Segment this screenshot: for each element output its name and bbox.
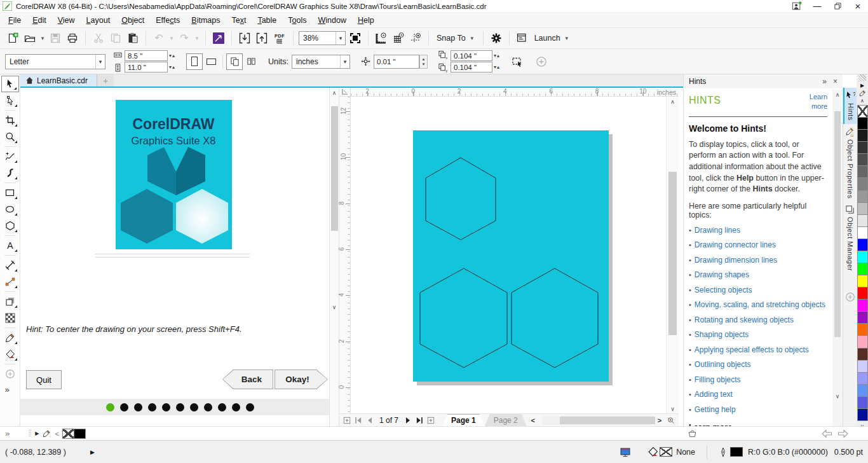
portrait-button[interactable] (186, 53, 203, 70)
interactive-fill-tool[interactable] (1, 346, 19, 363)
duplicate-x-spinner[interactable]: ▾▴ (492, 53, 501, 59)
all-pages-button[interactable] (226, 53, 243, 70)
polygon-tool[interactable] (1, 218, 19, 234)
menu-file[interactable]: File (3, 14, 27, 27)
color-swatch[interactable] (857, 214, 868, 227)
docpalette-scroll-left[interactable]: < (55, 430, 58, 438)
color-swatch[interactable] (857, 129, 868, 142)
tutorial-scrollbar-thumb[interactable] (331, 106, 338, 231)
docpalette-expand-button[interactable]: » (5, 429, 10, 438)
color-swatch[interactable] (857, 311, 868, 324)
duplicate-y-spinner[interactable]: ▾▴ (492, 64, 501, 70)
docpalette-eyedropper-icon[interactable] (43, 429, 51, 438)
previous-page-button[interactable] (365, 415, 375, 425)
hints-scrollbar-thumb[interactable] (834, 111, 841, 337)
docker-tab-hints[interactable]: ?Hints (843, 88, 857, 124)
color-swatch[interactable] (74, 429, 86, 439)
zoom-in-icon[interactable] (666, 415, 676, 425)
canvas-horizontal-scrollbar[interactable] (542, 416, 651, 425)
show-rulers-button[interactable] (374, 31, 389, 46)
color-swatch[interactable] (857, 251, 868, 263)
paste-button[interactable] (125, 31, 140, 46)
canvas-vertical-scrollbar[interactable]: ∧ ∨ (666, 97, 679, 413)
save-button[interactable] (48, 31, 63, 46)
account-icon[interactable] (787, 0, 807, 13)
menu-effects[interactable]: Effects (150, 14, 186, 27)
menu-view[interactable]: View (52, 14, 81, 27)
parallel-dimension-tool[interactable] (1, 257, 19, 273)
color-swatch[interactable] (857, 190, 868, 203)
palette-scroll-up-button[interactable]: ∧ (857, 97, 868, 104)
minimize-button[interactable]: — (807, 0, 827, 13)
outline-color-swatch[interactable] (730, 447, 743, 457)
search-content-button[interactable] (211, 31, 226, 46)
freehand-tool[interactable] (1, 148, 19, 165)
quick-customize-button[interactable] (845, 292, 855, 302)
docpalette-grip[interactable] (29, 430, 31, 438)
no-color-swatch[interactable] (62, 429, 74, 439)
palette-eyedropper-icon[interactable] (857, 89, 868, 97)
progress-dot[interactable] (134, 403, 142, 411)
new-tab-button[interactable]: + (97, 74, 114, 86)
zoom-tool[interactable] (1, 128, 19, 145)
scroll-down-icon[interactable]: ∨ (832, 391, 843, 401)
color-swatch[interactable] (857, 287, 868, 300)
hint-topic-link[interactable]: Adding text (695, 390, 733, 399)
color-swatch[interactable] (857, 177, 868, 190)
hint-topic-link[interactable]: Drawing shapes (695, 270, 749, 279)
progress-dot[interactable] (218, 403, 226, 411)
palette-flyout-arrow[interactable]: ▶ (857, 81, 868, 89)
color-swatch[interactable] (857, 117, 868, 130)
color-swatch[interactable] (857, 299, 868, 312)
tutorial-scrollbar[interactable]: ∧ ∨ (329, 88, 339, 426)
hint-topic-link[interactable]: Drawing dimension lines (695, 256, 777, 265)
progress-dot[interactable] (176, 403, 184, 411)
duplicate-x-field[interactable]: 0.104 " (451, 50, 492, 61)
rectangle-tool[interactable] (1, 184, 19, 201)
import-button[interactable] (237, 31, 252, 46)
page-tab[interactable]: Page 1 (442, 414, 485, 426)
publish-pdf-button[interactable]: PDF (271, 30, 288, 46)
text-tool[interactable]: A (1, 237, 19, 254)
menu-layout[interactable]: Layout (81, 14, 116, 27)
progress-dot[interactable] (204, 403, 212, 411)
undo-button[interactable]: ↶ (151, 31, 166, 46)
palette-back-icon[interactable] (821, 429, 832, 438)
vertical-ruler[interactable]: 121086420 (339, 97, 351, 413)
quit-button[interactable]: Quit (26, 370, 62, 389)
color-swatch[interactable] (857, 263, 868, 275)
pick-tool[interactable] (1, 76, 19, 92)
hint-topic-link[interactable]: Applying special effects to objects (695, 345, 809, 354)
menu-tools[interactable]: Tools (282, 14, 312, 27)
document-color-settings-icon[interactable] (620, 446, 631, 458)
docker-close-button[interactable]: × (833, 77, 837, 86)
hints-scrollbar[interactable]: ∧ ∨ (832, 90, 843, 426)
menu-object[interactable]: Object (116, 14, 150, 27)
restore-button[interactable] (827, 0, 848, 13)
connector-tool[interactable] (1, 273, 19, 290)
menu-bitmaps[interactable]: Bitmaps (186, 14, 226, 27)
redo-button[interactable]: ↷ (177, 31, 192, 46)
nudge-spinner[interactable]: ▴▾ (419, 55, 428, 69)
menu-help[interactable]: Help (352, 14, 380, 27)
horizontal-ruler[interactable]: 20246810 inches (351, 88, 679, 97)
launch-dropdown[interactable]: Launch ▾ (532, 34, 573, 43)
copy-button[interactable] (108, 31, 123, 46)
horizontal-scrollbar-thumb[interactable] (560, 417, 655, 424)
hint-topic-link[interactable]: Drawing connector lines (695, 240, 776, 249)
snap-to-dropdown[interactable]: Snap To ▾ (434, 34, 478, 43)
page-width-field[interactable]: 8.5 " (125, 50, 168, 61)
ellipse-tool[interactable] (1, 201, 19, 218)
launch-icon[interactable] (515, 31, 530, 46)
ruler-origin-corner[interactable] (339, 88, 351, 97)
learn-more-link-top[interactable]: Learn more (799, 92, 827, 112)
hint-topic-link[interactable]: Outlining objects (695, 360, 751, 369)
fill-tool-icon[interactable] (648, 446, 658, 457)
progress-dot[interactable] (148, 403, 156, 411)
no-fill-swatch[interactable] (660, 447, 672, 457)
color-swatch[interactable] (857, 165, 868, 178)
new-document-button[interactable] (5, 31, 20, 46)
outline-pen-icon[interactable] (719, 447, 728, 457)
duplicate-y-field[interactable]: 0.104 " (451, 62, 492, 73)
zoom-level-select[interactable]: 38% ▾ (299, 31, 346, 45)
